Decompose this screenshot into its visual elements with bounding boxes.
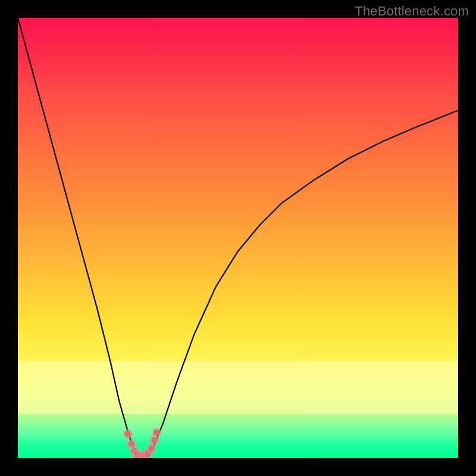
valley-node [128, 441, 134, 447]
valley-node-glow [140, 450, 150, 458]
curve-layer [18, 18, 458, 458]
valley-node [131, 448, 138, 455]
valley-node-glow [133, 450, 143, 458]
valley-node [154, 430, 160, 436]
valley-nodes [123, 428, 162, 458]
valley-node-glow [126, 439, 136, 449]
valley-node [142, 452, 148, 458]
valley-node-glow [146, 443, 156, 453]
valley-node-glow [136, 451, 146, 458]
valley-node [134, 452, 141, 458]
pale-band [18, 361, 458, 414]
valley-node [151, 437, 158, 444]
bottleneck-curve [18, 18, 458, 458]
valley-node [145, 450, 151, 457]
chart-plot-area [18, 18, 458, 458]
valley-node [148, 445, 155, 452]
valley-node-glow [149, 436, 159, 446]
valley-node-glow [152, 428, 162, 438]
valley-node-glow [130, 446, 140, 456]
valley-node-glow [143, 449, 153, 458]
valley-node [138, 453, 145, 458]
chart-frame: TheBottleneck.com [0, 0, 476, 476]
valley-node [125, 431, 131, 437]
valley-node-glow [123, 429, 133, 439]
watermark-text: TheBottleneck.com [355, 4, 469, 19]
